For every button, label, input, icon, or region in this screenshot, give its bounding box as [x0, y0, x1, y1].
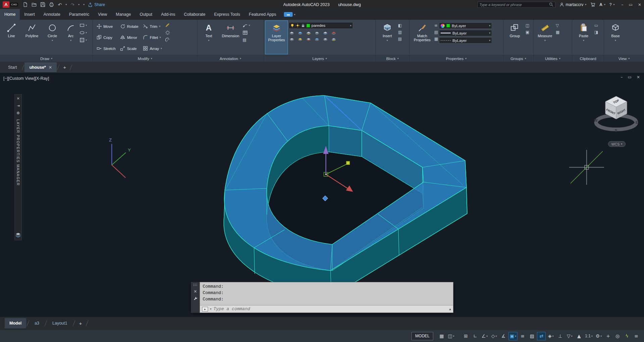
caret-down-icon[interactable]: ▾: [294, 13, 295, 16]
caret-down-icon[interactable]: ▾: [86, 39, 87, 42]
polyline-button[interactable]: Polyline: [22, 21, 42, 54]
caret-down-icon[interactable]: ▾: [78, 3, 80, 6]
start-tab[interactable]: Start: [3, 63, 21, 72]
list-view-icon[interactable]: ≡: [434, 23, 438, 28]
palette-close-icon[interactable]: ×: [16, 95, 19, 102]
uhouse-tab[interactable]: uhouse* ×: [24, 62, 57, 72]
window-minimize-button[interactable]: –: [622, 2, 624, 7]
search-icon[interactable]: [549, 2, 553, 7]
layer-properties-palette[interactable]: × ⇥ ⚙ LAYER PROPERTIES MANAGER: [14, 94, 22, 240]
lineweight-display-toggle[interactable]: ≡: [518, 332, 527, 340]
ucs-icon[interactable]: Z Y: [109, 137, 131, 178]
copy-clip-icon[interactable]: ◨: [594, 30, 598, 35]
hatch-tool[interactable]: ▾: [80, 38, 87, 43]
search-input[interactable]: [480, 3, 549, 7]
share-button[interactable]: Share: [88, 2, 105, 7]
new-layout-button[interactable]: +: [76, 321, 86, 326]
ribbon-tab-parametric[interactable]: Parametric: [65, 9, 94, 20]
viewport-controls[interactable]: [−][Custom View][X-Ray]: [3, 76, 49, 81]
graphics-performance-toggle[interactable]: ϟ: [623, 332, 631, 340]
layer-tool-icon[interactable]: [289, 37, 294, 42]
array-button[interactable]: Array▾: [141, 43, 164, 54]
polar-tracking-toggle[interactable]: ∠▾: [480, 332, 489, 340]
drawing-canvas[interactable]: Z Y: [0, 73, 644, 317]
close-tab-icon[interactable]: ×: [49, 65, 52, 70]
arc-button[interactable]: Arc ▾: [63, 21, 79, 54]
open-folder-icon[interactable]: [32, 2, 37, 7]
compass-east-label[interactable]: E: [636, 120, 638, 124]
ribbon-tab-collaborate[interactable]: Collaborate: [180, 9, 210, 20]
ribbon-tab-insert[interactable]: Insert: [20, 9, 39, 20]
command-window-grip[interactable]: ×: [191, 282, 200, 313]
window-close-button[interactable]: ×: [638, 2, 641, 7]
caret-down-icon[interactable]: ▾: [208, 39, 209, 43]
properties-panel-label[interactable]: Properties▾: [409, 55, 503, 62]
isolate-objects-button[interactable]: ◎: [613, 332, 622, 340]
caret-down-icon[interactable]: ▾: [453, 335, 454, 338]
command-customize-wrench-icon[interactable]: [193, 296, 198, 301]
caret-down-icon[interactable]: ▾: [387, 39, 388, 43]
qat-customize-caret-icon[interactable]: ▾: [83, 3, 85, 6]
leader-tool[interactable]: ▾: [243, 23, 250, 28]
caret-down-icon[interactable]: ▾: [52, 39, 53, 43]
base-button[interactable]: Base ▾: [606, 21, 625, 54]
ribbon-minimize-icon[interactable]: ▬: [284, 12, 293, 17]
ribbon-tab-view[interactable]: View: [94, 9, 111, 20]
command-history[interactable]: Command: Command: Command:: [200, 282, 453, 305]
scale-button[interactable]: Scale: [118, 43, 140, 54]
draw-panel-label[interactable]: Draw▾: [0, 55, 93, 62]
caret-down-icon[interactable]: ▾: [161, 47, 162, 50]
stretch-button[interactable]: Stretch: [95, 43, 117, 54]
new-document-tab-button[interactable]: +: [60, 64, 69, 70]
command-input[interactable]: [213, 306, 447, 311]
caret-down-icon[interactable]: ▾: [544, 39, 546, 43]
measure-button[interactable]: Measure ▾: [535, 21, 555, 54]
annotation-visibility-toggle[interactable]: ▲: [575, 332, 583, 340]
customization-menu-button[interactable]: ≡: [632, 332, 641, 340]
ortho-mode-toggle[interactable]: ∟: [471, 332, 480, 340]
model-space-viewport[interactable]: [−][Custom View][X-Ray] – ▭ × × ⇥ ⚙ LAYE…: [0, 73, 644, 317]
properties-grid-icon[interactable]: ▦: [434, 37, 438, 41]
caret-down-icon[interactable]: ▾: [65, 3, 67, 6]
undo-icon[interactable]: ↶: [58, 2, 62, 7]
caret-down-icon[interactable]: ▾: [489, 32, 490, 35]
a3-layout-tab[interactable]: a3: [30, 318, 44, 328]
clipboard-panel-label[interactable]: Clipboard: [572, 55, 604, 62]
annotation-scale-button[interactable]: 1:1▾: [584, 332, 594, 340]
erase-tool[interactable]: [165, 23, 170, 28]
model-space-toggle[interactable]: MODEL: [411, 332, 433, 340]
model-layout-tab[interactable]: Model: [5, 318, 26, 328]
line-button[interactable]: Line: [2, 21, 21, 54]
caret-down-icon[interactable]: ▾: [600, 335, 602, 338]
command-prompt-icon[interactable]: ▸: [202, 307, 208, 311]
ribbon-tab-annotate[interactable]: Annotate: [39, 9, 65, 20]
properties-list-icon[interactable]: ▤: [434, 30, 438, 35]
help-menu[interactable]: ?▾: [609, 2, 615, 7]
layout1-tab[interactable]: Layout1: [48, 318, 72, 328]
ribbon-options[interactable]: ▬ ▾: [284, 9, 295, 20]
drag-handle[interactable]: [193, 283, 198, 286]
palette-autohide-icon[interactable]: ⇥: [16, 102, 19, 109]
caret-down-icon[interactable]: ▾: [615, 39, 616, 43]
layer-tool-icon[interactable]: [306, 30, 311, 35]
viewport-close-button[interactable]: ×: [637, 75, 640, 79]
layers-panel-label[interactable]: Layers▾: [264, 55, 376, 62]
window-restore-button[interactable]: ▭: [629, 2, 633, 7]
layer-properties-button[interactable]: Layer Properties: [265, 21, 288, 54]
ribbon-tab-output[interactable]: Output: [135, 9, 157, 20]
palette-settings-icon[interactable]: ⚙: [16, 109, 20, 117]
caret-down-icon[interactable]: ▾: [571, 335, 573, 338]
ellipse-tool[interactable]: ▾: [80, 30, 87, 35]
groups-panel-label[interactable]: Groups▾: [503, 55, 533, 62]
layer-tool-icon[interactable]: [314, 37, 319, 42]
ribbon-tab-featured-apps[interactable]: Featured Apps: [245, 9, 281, 20]
ribbon-tab-manage[interactable]: Manage: [111, 9, 135, 20]
fillet-button[interactable]: Fillet▾: [141, 32, 164, 43]
compass-west-label[interactable]: W: [594, 118, 598, 122]
dimension-button[interactable]: Dimension: [219, 21, 242, 54]
layer-select[interactable]: paredes ▾: [289, 22, 353, 29]
explode-tool[interactable]: [165, 30, 170, 35]
caret-down-icon[interactable]: ▾: [160, 36, 161, 39]
object-snap-toggle[interactable]: ▣▾: [508, 332, 517, 340]
snap-mode-toggle[interactable]: ◫▾: [447, 332, 455, 340]
